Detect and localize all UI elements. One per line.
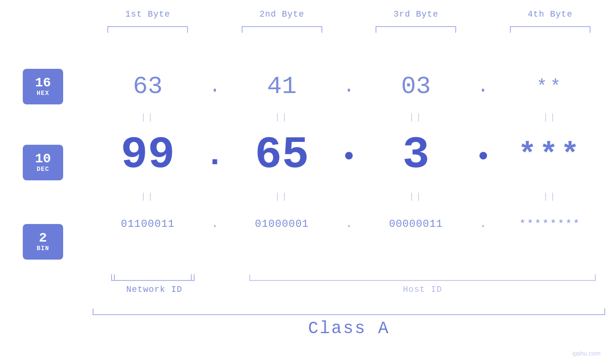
network-id-bracket-shape — [114, 274, 195, 281]
bin-dot-2: . — [346, 218, 352, 230]
hex-dot-1: . — [209, 76, 220, 97]
hex-b4: ** — [536, 76, 564, 97]
network-id-label-container: Network ID — [93, 285, 216, 294]
equals-row-2: || || || || — [93, 187, 605, 205]
hex-b2: 41 — [267, 73, 297, 101]
bracket-top-3 — [375, 26, 456, 33]
class-label: Class A — [308, 319, 390, 338]
dec-values-row: 99 . 65 3 *** — [93, 128, 605, 183]
class-label-container: Class A — [93, 319, 605, 338]
bin-badge-label: BIN — [37, 245, 49, 252]
dec-dot-1: . — [205, 139, 225, 172]
equals-2: || — [275, 112, 289, 122]
equals2-1: || — [141, 192, 155, 201]
bin-badge-number: 2 — [39, 232, 47, 245]
hex-b1: 63 — [133, 73, 162, 101]
bin-b3: 00000011 — [389, 218, 443, 230]
class-bracket-shape — [93, 308, 605, 315]
equals2-3: || — [409, 192, 423, 201]
dec-dot-2-bullet — [345, 152, 353, 159]
bin-b1: 01100011 — [121, 218, 175, 230]
network-id-bracket — [93, 274, 216, 281]
bracket-top-2 — [242, 26, 322, 33]
bin-b2: 01000001 — [255, 218, 309, 230]
hex-values-row: 63 . 41 . 03 . ** — [93, 69, 605, 104]
host-id-label: Host ID — [403, 285, 442, 294]
bin-badge: 2 BIN — [23, 224, 63, 260]
byte2-header: 2nd Byte — [227, 9, 338, 19]
bracket-top-1 — [107, 26, 188, 33]
hex-badge-number: 16 — [35, 76, 51, 90]
equals2-2: || — [275, 192, 289, 201]
byte3-header: 3rd Byte — [361, 9, 471, 19]
host-id-label-container: Host ID — [240, 285, 605, 294]
byte1-header: 1st Byte — [93, 9, 203, 19]
equals-3: || — [409, 112, 423, 122]
dec-b4: *** — [518, 140, 582, 171]
equals2-4: || — [543, 192, 557, 201]
hex-badge: 16 HEX — [23, 69, 63, 104]
equals-row-1: || || || || — [93, 108, 605, 126]
dec-badge-label: DEC — [37, 166, 49, 173]
hex-b3: 03 — [401, 73, 431, 101]
hex-dot-2: . — [343, 76, 355, 97]
dec-badge: 10 DEC — [23, 145, 63, 180]
bracket-top-4 — [510, 26, 591, 33]
main-container: 1st Byte 2nd Byte 3rd Byte 4th Byte 16 H… — [0, 0, 610, 364]
byte4-header: 4th Byte — [495, 9, 606, 19]
equals-1: || — [141, 112, 155, 122]
network-id-label: Network ID — [126, 285, 182, 294]
equals-4: || — [543, 112, 557, 122]
dec-b1: 99 — [121, 133, 175, 178]
bin-values-row: 01100011 . 01000001 . 00000011 . *******… — [93, 209, 605, 240]
bin-dot-1: . — [212, 218, 218, 230]
dec-badge-number: 10 — [35, 152, 51, 166]
bin-dot-3: . — [480, 218, 486, 230]
hex-dot-3: . — [477, 76, 488, 97]
dec-b2: 65 — [255, 133, 309, 178]
watermark: ipshu.com — [572, 350, 601, 357]
dec-b3: 3 — [403, 133, 430, 178]
byte-headers: 1st Byte 2nd Byte 3rd Byte 4th Byte — [93, 9, 605, 19]
bin-b4: ******** — [519, 218, 581, 230]
top-brackets — [93, 26, 605, 33]
hex-badge-label: HEX — [37, 90, 49, 97]
dec-dot-3-bullet — [479, 152, 487, 159]
class-bracket — [93, 308, 605, 315]
host-id-bracket — [240, 274, 605, 281]
host-id-bracket-shape — [249, 274, 596, 281]
